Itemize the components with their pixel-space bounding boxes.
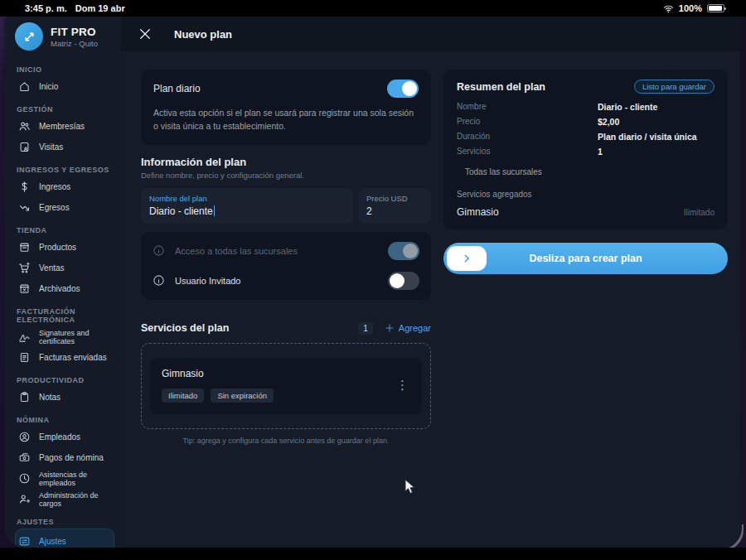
summary-column: Resumen del plan Listo para guardar Nomb…: [443, 70, 728, 548]
service-menu-icon[interactable]: ⋮: [395, 379, 410, 391]
options-card: Acceso a todas las sucursales Usuario In…: [141, 232, 431, 300]
form-column: Plan diario Activa esta opción si el pla…: [141, 70, 431, 548]
brand-header[interactable]: FIT PRO Matriz - Quito: [15, 22, 121, 51]
products-icon: [18, 241, 31, 253]
daily-plan-label: Plan diario: [153, 83, 201, 94]
income-icon: [18, 181, 31, 193]
section-inicio: INICIO: [17, 65, 121, 74]
app-window: FIT PRO Matriz - Quito INICIO Inicio GES…: [5, 17, 740, 548]
sidebar-item-ingresos[interactable]: Ingresos: [15, 176, 114, 197]
expenses-icon: [18, 201, 31, 214]
sidebar-item-egresos[interactable]: Egresos: [15, 197, 114, 218]
section-ingresos-egresos: INGRESOS Y EGRESOS: [17, 166, 121, 174]
notes-icon: [18, 391, 31, 403]
plan-price-input[interactable]: Precio USD 2: [358, 188, 431, 224]
visits-icon: [18, 141, 31, 153]
close-icon[interactable]: [138, 27, 153, 41]
battery-percent: 100%: [679, 3, 702, 13]
section-nomina: NÓMINA: [17, 416, 121, 424]
services-title: Servicios del plan: [141, 322, 358, 334]
guest-user-label: Usuario Invitado: [175, 276, 378, 286]
text-caret: [214, 205, 216, 216]
plan-price-value: 2: [366, 205, 423, 217]
summary-row-servicios: Servicios 1: [457, 147, 715, 157]
home-icon: [18, 80, 31, 93]
services-dropzone: Gimnasio Ilimitado Sin expiración ⋮: [141, 343, 431, 429]
sidebar: FIT PRO Matriz - Quito INICIO Inicio GES…: [5, 17, 121, 548]
battery-icon: [707, 4, 724, 12]
summary-title: Resumen del plan: [457, 81, 545, 93]
branch-name: Matriz - Quito: [51, 39, 98, 48]
slider-handle[interactable]: [447, 246, 487, 271]
section-gestion: GESTIÓN: [17, 105, 121, 113]
daily-plan-toggle[interactable]: [387, 80, 419, 98]
sidebar-item-productos[interactable]: Productos: [15, 237, 114, 258]
plus-icon: [385, 323, 395, 333]
summary-row-precio: Precio $2,00: [457, 117, 715, 127]
sidebar-item-asistencias[interactable]: Asistencias de empleados: [15, 468, 114, 489]
sidebar-item-notas[interactable]: Notas: [15, 387, 114, 408]
payroll-icon: [18, 451, 31, 464]
service-tag-limit: Ilimitado: [162, 389, 204, 403]
archived-icon: [18, 282, 31, 295]
service-card[interactable]: Gimnasio Ilimitado Sin expiración ⋮: [150, 358, 422, 414]
sidebar-item-facturas-enviadas[interactable]: Facturas enviadas: [15, 347, 114, 368]
info-icon: [153, 244, 165, 257]
sidebar-item-visitas[interactable]: Visitas: [15, 137, 114, 157]
summary-branches: Todas las sucursales: [457, 167, 715, 176]
settings-icon: [18, 535, 31, 548]
plan-name-value: Diario - cliente: [149, 205, 213, 217]
branches-access-row: Acceso a todas las sucursales: [153, 236, 419, 266]
page-title: Nuevo plan: [174, 28, 232, 41]
employees-icon: [18, 431, 31, 443]
main-panel: Nuevo plan Plan diario Activa esta opció…: [121, 17, 740, 548]
guest-user-row: Usuario Invitado: [153, 266, 419, 296]
sidebar-item-inicio[interactable]: Inicio: [15, 76, 114, 97]
status-bar: 3:45 p. m. Dom 19 abr 100%: [0, 0, 746, 17]
plan-name-label: Nombre del plan: [149, 194, 345, 203]
create-plan-slider[interactable]: Desliza para crear plan: [443, 243, 728, 274]
daily-plan-card: Plan diario Activa esta opción si el pla…: [141, 70, 431, 145]
sidebar-item-ventas[interactable]: Ventas: [15, 258, 114, 278]
summary-services-label: Servicios agregados: [457, 190, 715, 199]
sidebar-item-ajustes[interactable]: Ajustes: [15, 529, 114, 548]
branches-access-toggle[interactable]: [388, 242, 419, 260]
ready-badge: Listo para guardar: [634, 80, 715, 94]
plan-info-subtitle: Define nombre, precio y configuración ge…: [141, 171, 431, 180]
section-ajustes: AJUSTES: [17, 518, 121, 526]
summary-card: Resumen del plan Listo para guardar Nomb…: [443, 70, 728, 229]
sidebar-item-archivados[interactable]: Archivados: [15, 278, 114, 299]
sidebar-item-pagos-nomina[interactable]: Pagos de nómina: [15, 447, 114, 468]
invoices-icon: [18, 351, 31, 364]
roles-icon: [18, 493, 31, 505]
sidebar-item-empleados[interactable]: Empleados: [15, 427, 114, 447]
chevron-right-icon: [461, 253, 472, 264]
bottom-bar: [0, 548, 746, 560]
info-icon: [153, 274, 165, 287]
guest-user-toggle[interactable]: [388, 272, 419, 290]
plan-name-input[interactable]: Nombre del plan Diario - cliente: [141, 188, 353, 224]
section-tienda: TIENDA: [17, 226, 121, 234]
section-productividad: PRODUCTIVIDAD: [17, 376, 121, 384]
sidebar-nav: INICIO Inicio GESTIÓN Membresías Visitas…: [15, 57, 121, 548]
service-name: Gimnasio: [162, 368, 395, 379]
summary-row-duracion: Duración Plan diario / visita única: [457, 132, 715, 142]
wifi-icon: [663, 3, 674, 14]
sidebar-item-signatures[interactable]: Signatures and certificates: [15, 326, 114, 347]
app-logo: [15, 22, 43, 51]
services-count-badge: 1: [358, 322, 373, 335]
sidebar-item-membresias[interactable]: Membresías: [15, 116, 114, 137]
members-icon: [18, 120, 31, 133]
daily-plan-description: Activa esta opción si el plan se usará p…: [153, 107, 419, 133]
attendance-icon: [18, 472, 31, 485]
service-tag-expiry: Sin expiración: [211, 389, 274, 403]
sales-icon: [18, 262, 31, 274]
add-service-button[interactable]: Agregar: [385, 323, 431, 333]
summary-service-row: Gimnasio Ilimitado: [457, 206, 715, 218]
sidebar-item-administracion-cargos[interactable]: Administración de cargos: [15, 489, 114, 509]
modal-header: Nuevo plan: [121, 17, 740, 51]
services-tip: Tip: agrega y configura cada servicio an…: [141, 437, 431, 445]
branches-access-label: Acceso a todas las sucursales: [175, 246, 378, 256]
status-date: Dom 19 abr: [75, 3, 125, 13]
summary-row-nombre: Nombre Diario - cliente: [457, 102, 715, 112]
